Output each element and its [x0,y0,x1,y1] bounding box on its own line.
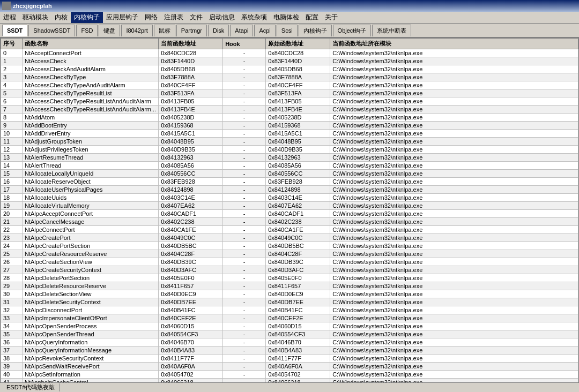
table-row[interactable]: 14 NtAlertThread 0x84085A56 - 0x84085A56… [1,162,578,170]
menu-about[interactable]: 关于 [322,12,341,23]
tab-ssdt[interactable]: SSDT [2,25,27,36]
tab-object-hook[interactable]: Object钩子 [333,25,372,36]
cell-hook: - [223,122,266,130]
cell-index: 40 [1,371,23,379]
cell-orig-addr: 0x840A6F0A [266,363,330,371]
table-row[interactable]: 5 NtAccessCheckByTypeResultList 0x83F513… [1,89,578,97]
tab-scsi[interactable]: Scsi [277,25,298,36]
table-row[interactable]: 24 NtAlpcCreatePortSection 0x840DB5BC - … [1,242,578,250]
table-row[interactable]: 28 NtAlpcDeletePortSection 0x8405E0F0 - … [1,274,578,282]
cell-hook: - [223,49,266,57]
table-row[interactable]: 0 NtAcceptConnectPort 0x840CDC28 - 0x840… [1,49,578,57]
menu-network[interactable]: 网络 [142,12,161,23]
col-module[interactable]: 当前函数地址所在模块 [330,39,578,49]
table-row[interactable]: 40 NtAlpcSetInformation 0x84054702 - 0x8… [1,371,578,379]
cell-current-addr: 0x8402C238 [159,218,223,226]
cell-current-addr: 0x840D0EC9 [159,290,223,298]
tab-atapi[interactable]: Atapi [230,25,253,36]
cell-name: NtAccessCheckByTypeResultList [23,89,159,97]
col-hook[interactable]: Hook [223,39,266,49]
table-row[interactable]: 34 NtAlpcOpenSenderProcess 0x84060D15 - … [1,322,578,330]
table-row[interactable]: 2 NtAccessCheckAndAuditAlarm 0x8405DB68 … [1,65,578,73]
cell-current-addr: 0x8405DB68 [159,65,223,73]
table-row[interactable]: 7 NtAccessCheckByTypeResultListAndAuditA… [1,105,578,114]
table-row[interactable]: 33 NtAlpcImpersonateClientOfPort 0x840CE… [1,314,578,322]
cell-index: 18 [1,194,23,202]
table-row[interactable]: 18 NtAllocateUuids 0x8403C14E - 0x8403C1… [1,194,578,202]
table-row[interactable]: 21 NtAlpcCancelMessage 0x8402C238 - 0x84… [1,218,578,226]
tab-partmgr[interactable]: Partmgr [176,25,207,36]
table-row[interactable]: 26 NtAlpcCreateSectionView 0x840DB39C - … [1,258,578,266]
cell-current-addr: 0x83F1440D [159,57,223,65]
table-row[interactable]: 27 NtAlpcCreateSecurityContext 0x840D3AF… [1,266,578,274]
table-row[interactable]: 19 NtAllocateVirtualMemory 0x8407EA62 - … [1,202,578,210]
table-row[interactable]: 30 NtAlpcDeleteSectionView 0x840D0EC9 - … [1,290,578,298]
tab-i8042prt[interactable]: I8042prt [121,25,152,36]
menu-sys-misc[interactable]: 系统杂项 [238,12,270,23]
table-row[interactable]: 9 NtAddBootEntry 0x84159368 - 0x84159368… [1,122,578,130]
tab-fsd[interactable]: FSD [76,25,98,36]
table-row[interactable]: 1 NtAccessCheck 0x83F1440D - 0x83F1440D … [1,57,578,65]
cell-module: C:\Windows\system32\ntknlpa.exe [330,57,578,65]
cell-orig-addr: 0x84085A56 [266,162,330,170]
tab-acpi[interactable]: Acpi [254,25,275,36]
status-text: ESDТ#代码熟夜敲 [2,383,60,391]
cell-orig-addr: 0x8405DB68 [266,65,330,73]
menu-process[interactable]: 进程 [0,12,19,23]
table-row[interactable]: 39 NtAlpcSendWaitReceivePort 0x840A6F0A … [1,363,578,371]
menu-kernel[interactable]: 内核 [51,12,71,23]
table-row[interactable]: 10 NtAddDriverEntry 0x8415A5C1 - 0x8415A… [1,130,578,138]
col-index[interactable]: 序号 [1,39,23,49]
cell-index: 31 [1,298,23,306]
tab-disk[interactable]: Disk [208,25,229,36]
menu-kernel-hook[interactable]: 内核钩子 [71,12,103,23]
col-orig-addr[interactable]: 原始函数地址 [266,39,330,49]
tab-sys-interrupt[interactable]: 系统中断表 [372,25,411,36]
menu-file[interactable]: 文件 [187,12,206,23]
cell-index: 11 [1,138,23,146]
table-row[interactable]: 31 NtAlpcDeleteSecurityContext 0x840DB7E… [1,298,578,306]
table-row[interactable]: 17 NtAllocateUserPhysicalPages 0x8412489… [1,186,578,194]
table-row[interactable]: 3 NtAccessCheckByType 0x83E7888A - 0x83E… [1,73,578,81]
cell-current-addr: 0x840D3AFC [159,266,223,274]
tab-keyboard[interactable]: 键盘 [99,25,120,36]
cell-hook: - [223,194,266,202]
cell-hook: - [223,146,266,154]
table-row[interactable]: 4 NtAccessCheckByTypeAndAuditAlarm 0x840… [1,81,578,89]
table-container[interactable]: 序号 函数名称 当前函数地址 Hook 原始函数地址 当前函数地址所在模块 0 … [1,38,578,392]
cell-name: NtAllocateVirtualMemory [23,202,159,210]
table-row[interactable]: 16 NtAllocateReserveObject 0x83FEB928 - … [1,178,578,186]
table-row[interactable]: 11 NtAdjustGroupsToken 0x84048B95 - 0x84… [1,138,578,146]
table-row[interactable]: 29 NtAlpcDeleteResourceReserve 0x8411F65… [1,282,578,290]
menu-startup[interactable]: 启动信息 [206,12,238,23]
menu-pc-check[interactable]: 电脑体检 [270,12,302,23]
table-row[interactable]: 36 NtAlpcQueryInformation 0x84046B70 - 0… [1,338,578,346]
table-row[interactable]: 13 NtAlertResumeThread 0x84132963 - 0x84… [1,154,578,162]
table-row[interactable]: 32 NtAlpcDisconnectPort 0x840B41FC - 0x8… [1,306,578,314]
table-row[interactable]: 22 NtAlpcConnectPort 0x840CA1FE - 0x840C… [1,226,578,234]
tab-kernel-hook2[interactable]: 内核钩子 [299,25,332,36]
col-current-addr[interactable]: 当前函数地址 [159,39,223,49]
cell-module: C:\Windows\system32\ntknlpa.exe [330,170,578,178]
menu-registry[interactable]: 注册表 [161,12,187,23]
table-row[interactable]: 8 NtAddAtom 0x8405238D - 0x8405238D C:\W… [1,114,578,122]
table-row[interactable]: 12 NtAdjustPrivilegesToken 0x840D9B35 - … [1,146,578,154]
menu-app-hook[interactable]: 应用层钩子 [103,12,142,23]
table-row[interactable]: 15 NtAllocateLocallyUniqueId 0x840556CC … [1,170,578,178]
tab-mouse[interactable]: 鼠标 [154,25,175,36]
cell-current-addr: 0x840CDC28 [159,49,223,57]
table-row[interactable]: 6 NtAccessCheckByTypeResultListAndAuditA… [1,97,578,105]
table-row[interactable]: 35 NtAlpcOpenSenderThread 0x840554CF3 - … [1,330,578,338]
cell-hook: - [223,314,266,322]
table-row[interactable]: 25 NtAlpcCreateResourceReserve 0x8404C28… [1,250,578,258]
tab-shadow-ssdt[interactable]: ShadowSSDT [28,25,75,36]
table-row[interactable]: 23 NtAlpcCreatePort 0x84049C0C - 0x84049… [1,234,578,242]
table-row[interactable]: 20 NtAlpcAcceptConnectPort 0x840CADF1 - … [1,210,578,218]
menu-config[interactable]: 配置 [302,12,322,23]
col-name[interactable]: 函数名称 [23,39,159,49]
cell-module: C:\Windows\system32\ntknlpa.exe [330,114,578,122]
table-row[interactable]: 38 NtAlpcRevokeSecurityContext 0x8411F77… [1,355,578,363]
table-row[interactable]: 37 NtAlpcQueryInformationMessage 0x840B4… [1,346,578,355]
menu-driver[interactable]: 驱动模块 [19,12,51,23]
cell-current-addr: 0x83FEB928 [159,178,223,186]
